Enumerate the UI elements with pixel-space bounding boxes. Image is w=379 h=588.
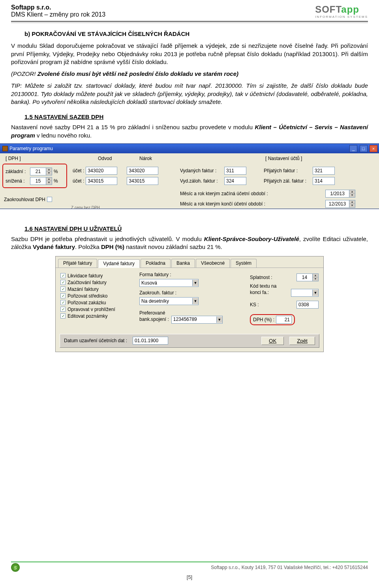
- maximize-button[interactable]: □: [360, 145, 368, 152]
- tab-pokladna[interactable]: Pokladna: [141, 259, 171, 268]
- snizena-label: snížená :: [6, 178, 28, 184]
- chk-opravovat-label: Opravovat v prohlížení: [68, 307, 115, 312]
- chk-zauctovani[interactable]: ✓: [60, 280, 66, 285]
- page-header: Softapp s.r.o. DMS Klient – změny pro ro…: [0, 0, 379, 21]
- minimize-button[interactable]: _: [349, 145, 357, 152]
- header-rule: [11, 21, 368, 22]
- meszac-label: Měsíc a rok kterým začíná účetní období …: [180, 191, 283, 196]
- spin-up[interactable]: ▲: [349, 190, 355, 194]
- spin-up[interactable]: ▲: [46, 177, 52, 181]
- zaokr-dph-checkbox[interactable]: [47, 197, 52, 202]
- dph-highlight: DPH (%) :: [250, 314, 295, 325]
- kod-select[interactable]: ▼: [291, 289, 319, 297]
- sec-1-5-head: 1.5 NASTAVENÍ SAZEB DPH: [24, 113, 368, 121]
- chk-zakazku-label: Pořizovat zakázku: [68, 300, 106, 305]
- tab-panel: ✓Likvidace faktury ✓Zaúčtování faktury ✓…: [56, 268, 323, 331]
- spin-down[interactable]: ▼: [349, 194, 355, 197]
- chk-stredisko[interactable]: ✓: [60, 293, 66, 298]
- group-dph-label: [ DPH ]: [6, 156, 21, 161]
- section-b-p2: (POZOR! Zvolené číslo musí být větší než…: [11, 70, 368, 78]
- chk-opravovat[interactable]: ✓: [60, 307, 66, 312]
- chk-zakazku[interactable]: ✓: [60, 300, 66, 305]
- tab-prijate-faktury[interactable]: Přijaté faktury: [58, 259, 97, 268]
- zpet-button[interactable]: Zpět: [289, 337, 315, 345]
- meszac-spinner[interactable]: ▲▼: [325, 190, 355, 198]
- spin-up[interactable]: ▲: [313, 274, 318, 277]
- pct-label-2: %: [54, 178, 58, 184]
- tab-system[interactable]: Systém: [231, 259, 257, 268]
- chk-mazani[interactable]: ✓: [60, 286, 66, 292]
- chk-likvidace[interactable]: ✓: [60, 273, 66, 278]
- s16g: nastavit novou základní sazbu 21 %.: [124, 243, 222, 250]
- prifaktur-label: Přijatých faktur :: [264, 168, 311, 173]
- ucet1-odvod[interactable]: [86, 167, 117, 175]
- company-name: Softapp s.r.o.: [11, 4, 105, 11]
- splat-spinner[interactable]: ▲▼: [296, 273, 319, 281]
- tab-vydane-faktury[interactable]: Vydané faktury: [98, 259, 140, 268]
- meszac-val[interactable]: [325, 190, 349, 198]
- tab-vseobecne[interactable]: Všeobecné: [196, 259, 230, 268]
- zakladni-value[interactable]: [30, 168, 46, 175]
- spin-down[interactable]: ▼: [46, 181, 52, 185]
- zpet-label: Zpět: [297, 338, 308, 344]
- ks-val[interactable]: [296, 301, 319, 309]
- ucet1-narok[interactable]: [127, 167, 158, 175]
- spin-up[interactable]: ▲: [46, 168, 52, 172]
- doc-subtitle: DMS Klient – změny pro rok 2013: [11, 11, 105, 18]
- chk-editovat-label: Editovat poznámky: [68, 313, 107, 319]
- window-icon: [2, 146, 8, 151]
- section-b-p1: V modulu Sklad doporučujeme pokračovat v…: [11, 42, 368, 66]
- forma-select[interactable]: Kusová▼: [139, 279, 199, 287]
- window-parametry-programu: Parametry programu _ □ × [ DPH ] Odvod N…: [0, 143, 379, 209]
- section-b-tip: TIP: Můžete si založit tzv. startovací d…: [11, 82, 368, 106]
- vydfaktur-val[interactable]: [224, 167, 246, 175]
- zaokr-label: Zaokrouh. faktur :: [139, 290, 176, 296]
- zakladni-label: základní :: [6, 169, 28, 174]
- meskon-val[interactable]: [325, 200, 349, 208]
- prifaktur-val[interactable]: [313, 167, 335, 175]
- spin-down[interactable]: ▼: [313, 277, 318, 281]
- kod-label1: Kód textu na: [250, 284, 319, 289]
- ok-button[interactable]: OK: [261, 337, 284, 345]
- spin-down[interactable]: ▼: [349, 204, 355, 207]
- close-button[interactable]: ×: [370, 145, 377, 152]
- titlebar: Parametry programu _ □ ×: [0, 144, 379, 153]
- ucet2-narok[interactable]: [127, 177, 158, 185]
- bottom-bar: Datum uzavření účetních dat : OK Zpět: [60, 334, 319, 348]
- meskon-spinner[interactable]: ▲▼: [325, 200, 355, 208]
- chk-likvidace-label: Likvidace faktury: [68, 273, 103, 279]
- pref-select[interactable]: 123456789▼: [171, 316, 223, 324]
- sec15-a: Nastavení nové sazby DPH 21 a 15 % pro z…: [11, 124, 255, 130]
- datum-val[interactable]: [133, 337, 168, 345]
- spin-down[interactable]: ▼: [46, 172, 52, 175]
- tabs: Přijaté faktury Vydané faktury Pokladna …: [56, 256, 323, 268]
- logo-part2: app: [341, 4, 359, 15]
- spin-up[interactable]: ▲: [349, 200, 355, 204]
- vydzal-val[interactable]: [224, 177, 246, 185]
- ucet-label-1: účet :: [73, 168, 84, 173]
- pct-label: %: [54, 169, 58, 174]
- datum-label: Datum uzavření účetních dat :: [64, 338, 127, 343]
- col-odvod: Odvod: [98, 156, 112, 161]
- chk-zauctovani-label: Zaúčtování faktury: [68, 280, 107, 285]
- zakladni-spinner[interactable]: ▲▼: [30, 168, 52, 175]
- tab-banka[interactable]: Banka: [171, 259, 195, 268]
- section-b-title: b) POKRAČOVÁNÍ VE STÁVAJÍCÍCH ČÍSELNÝCH …: [24, 30, 368, 38]
- snizena-value[interactable]: [30, 177, 46, 185]
- dph-val[interactable]: [276, 316, 292, 324]
- s16f: DPH (%): [101, 243, 124, 250]
- splat-val[interactable]: [296, 273, 312, 281]
- vydzal-label: Vyd.záloh. faktur :: [180, 178, 223, 184]
- footer-logo-icon: s: [11, 563, 20, 572]
- prizal-val[interactable]: [313, 177, 335, 185]
- meskon-label: Měsíc a rok kterým končí účetní období :: [180, 201, 283, 207]
- col-narok: Nárok: [139, 156, 152, 161]
- ucet2-odvod[interactable]: [86, 177, 117, 185]
- snizena-spinner[interactable]: ▲▼: [30, 177, 52, 185]
- zaokr-select[interactable]: Na desetníky▼: [139, 297, 199, 305]
- chk-editovat[interactable]: ✓: [60, 313, 66, 318]
- pref-label1: Preferované: [139, 311, 238, 316]
- forma-val: Kusová: [141, 280, 157, 286]
- footer-text: Softapp s.r.o., Kouty 1419, 757 01 Valaš…: [211, 565, 368, 570]
- zaokr-dph-label: Zaokrouhlovat DPH: [4, 197, 45, 202]
